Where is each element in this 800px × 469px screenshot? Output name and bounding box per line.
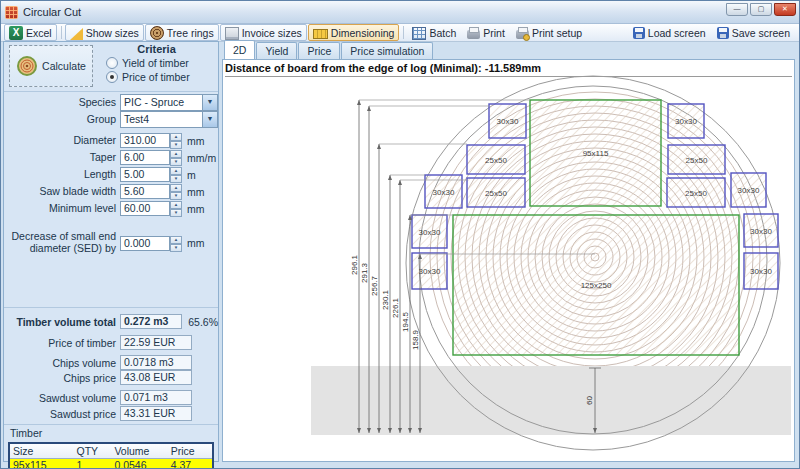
toolbar-button-print[interactable]: Print: [462, 24, 510, 41]
spin-up-icon[interactable]: ▲: [170, 150, 182, 158]
svg-text:25x50: 25x50: [686, 156, 708, 165]
saw-blade-width-input[interactable]: 5.60: [120, 184, 170, 199]
svg-text:60: 60: [585, 396, 594, 405]
invoice-sizes-icon: [225, 27, 239, 40]
table-row[interactable]: 95x11510.05464.37: [10, 459, 212, 469]
toolbar-button-load-screen[interactable]: Load screen: [628, 24, 711, 41]
criteria-option-price-of-timber[interactable]: Price of timber: [106, 71, 215, 83]
spin-up-icon[interactable]: ▲: [170, 201, 182, 209]
boards: 30x3095x11530x3025x5025x5030x3025x5025x5…: [412, 100, 778, 355]
spin-down-icon[interactable]: ▼: [170, 209, 182, 217]
chips-price-value: 43.08 EUR: [120, 370, 192, 385]
species-value: PIC - Spruce: [121, 95, 202, 110]
group-row: GroupTest4▼: [4, 112, 218, 127]
minimum-level-input[interactable]: 60.00: [120, 201, 170, 216]
diameter-stepper[interactable]: ▲▼: [170, 133, 182, 148]
tab-yield[interactable]: Yield: [256, 42, 297, 59]
toolbar-separator: [61, 26, 62, 39]
toolbar-button-batch[interactable]: Batch: [407, 24, 461, 41]
toolbar-button-print-setup[interactable]: Print setup: [511, 24, 587, 41]
length-stepper[interactable]: ▲▼: [170, 167, 182, 182]
saw-blade-width-stepper[interactable]: ▲▼: [170, 184, 182, 199]
svg-text:30x30: 30x30: [497, 117, 519, 126]
svg-text:30x30: 30x30: [750, 227, 772, 236]
decrease-of-small-end-diameter-sed-by-label: Decrease of small end diameter (SED) by: [4, 231, 120, 254]
selector-rows: SpeciesPIC - Spruce▼GroupTest4▼: [4, 95, 218, 127]
batch-icon: [412, 27, 426, 40]
svg-text:95x115: 95x115: [583, 149, 609, 158]
toolbar-button-excel[interactable]: Excel: [4, 24, 57, 41]
log-end-icon: [16, 55, 38, 77]
spin-up-icon[interactable]: ▲: [170, 167, 182, 175]
decrease-of-small-end-diameter-sed-by-unit: mm: [187, 237, 205, 249]
calculate-label: Calculate: [42, 60, 86, 72]
toolbar-button-label: Show sizes: [86, 27, 139, 39]
tab-2d[interactable]: 2D: [224, 40, 255, 59]
tab-price-simulation[interactable]: Price simulation: [341, 42, 433, 59]
chevron-down-icon[interactable]: ▼: [202, 112, 217, 127]
svg-text:30x30: 30x30: [433, 188, 455, 197]
criteria-block: Criteria Yield of timberPrice of timber: [98, 43, 215, 83]
species-select[interactable]: PIC - Spruce▼: [120, 94, 218, 111]
toolbar-button-save-screen[interactable]: Save screen: [712, 24, 795, 41]
spin-up-icon[interactable]: ▲: [170, 184, 182, 192]
svg-text:194.5: 194.5: [401, 311, 410, 332]
length-label: Length: [4, 169, 120, 180]
group-select[interactable]: Test4▼: [120, 111, 218, 128]
spin-up-icon[interactable]: ▲: [170, 133, 182, 141]
spin-down-icon[interactable]: ▼: [170, 175, 182, 183]
chips-price-row: Chips price43.08 EUR: [4, 370, 218, 385]
chips-price-label: Chips price: [4, 372, 120, 384]
timber-section: Timber SizeQTYVolumePrice 95x11510.05464…: [4, 425, 218, 469]
length-input[interactable]: 5.00: [120, 167, 170, 182]
svg-text:30x30: 30x30: [738, 186, 760, 195]
diameter-label: Diameter: [4, 135, 120, 146]
spin-down-icon[interactable]: ▼: [170, 244, 182, 252]
toolbar-button-show-sizes[interactable]: Show sizes: [65, 24, 144, 41]
close-button[interactable]: ✕: [774, 3, 796, 16]
sawdust-price-row: Sawdust price43.31 EUR: [4, 406, 218, 421]
group-label: Group: [4, 114, 120, 125]
toolbar-button-dimensioning[interactable]: Dimensioning: [308, 24, 400, 41]
svg-text:296.1: 296.1: [350, 254, 359, 275]
criteria-option-yield-of-timber[interactable]: Yield of timber: [106, 57, 215, 69]
decrease-of-small-end-diameter-sed-by-input[interactable]: 0.000: [120, 236, 170, 251]
tab-price[interactable]: Price: [298, 42, 340, 59]
radio-button[interactable]: [106, 57, 118, 69]
taper-input[interactable]: 6.00: [120, 150, 170, 165]
price-of-timber-label: Price of timber: [4, 337, 120, 349]
timber-section-title: Timber: [4, 425, 218, 441]
radio-button[interactable]: [106, 71, 118, 83]
spin-down-icon[interactable]: ▼: [170, 192, 182, 200]
svg-text:30x30: 30x30: [419, 267, 441, 276]
parameters-section: SpeciesPIC - Spruce▼GroupTest4▼ Diameter…: [4, 92, 218, 308]
diameter-input[interactable]: 310.00: [120, 133, 170, 148]
spin-up-icon[interactable]: ▲: [170, 236, 182, 244]
svg-text:256.7: 256.7: [370, 275, 379, 296]
minimum-level-stepper[interactable]: ▲▼: [170, 201, 182, 216]
main-area: Calculate Criteria Yield of timberPrice …: [1, 41, 799, 462]
svg-text:291.3: 291.3: [360, 262, 369, 283]
spin-down-icon[interactable]: ▼: [170, 158, 182, 166]
view-panel: 2DYieldPricePrice simulation Distance of…: [222, 41, 795, 462]
svg-text:226.1: 226.1: [391, 297, 400, 318]
decrease-of-small-end-diameter-sed-by-stepper[interactable]: ▲▼: [170, 236, 182, 251]
spin-down-icon[interactable]: ▼: [170, 141, 182, 149]
chevron-down-icon[interactable]: ▼: [202, 95, 217, 110]
toolbar-button-invoice-sizes[interactable]: Invoice sizes: [220, 24, 307, 41]
calculate-button[interactable]: Calculate: [9, 45, 93, 87]
chips-volume-row: Chips volume0.0718 m3: [4, 355, 218, 370]
timber-table: SizeQTYVolumePrice 95x11510.05464.37125x…: [8, 442, 214, 469]
minimize-button[interactable]: —: [726, 3, 748, 16]
taper-stepper[interactable]: ▲▼: [170, 150, 182, 165]
saw-blade-width-label: Saw blade width: [4, 186, 120, 197]
show-sizes-icon: [70, 28, 83, 40]
minimum-level-unit: mm: [187, 203, 205, 215]
dimensioning-icon: [313, 29, 328, 39]
log-cross-section-diagram: 30x3095x11530x3025x5025x5030x3025x5025x5…: [223, 60, 791, 459]
saw-blade-width-row: Saw blade width5.60▲▼mm: [4, 184, 218, 199]
maximize-button[interactable]: ▢: [750, 3, 772, 16]
chips-volume-value: 0.0718 m3: [120, 355, 192, 370]
toolbar-left: ExcelShow sizesTree ringsInvoice sizesDi…: [4, 24, 588, 41]
toolbar-button-tree-rings[interactable]: Tree rings: [145, 24, 219, 41]
